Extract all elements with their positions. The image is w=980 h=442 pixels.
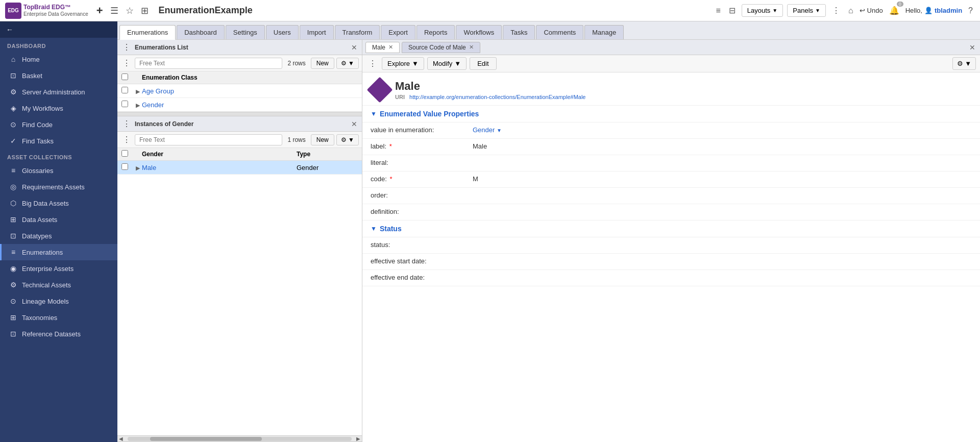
panels-button[interactable]: Panels ▼	[787, 4, 826, 17]
stack-view-button[interactable]: ⊟	[727, 4, 738, 17]
instances-panel-close-button[interactable]: ✕	[350, 120, 359, 128]
instances-check-all[interactable]	[121, 150, 128, 157]
right-tab-source-code[interactable]: Source Code of Male ✕	[402, 42, 480, 53]
enumerations-list-menu-button[interactable]: ⋮	[120, 57, 133, 69]
status-section-title: Status	[380, 225, 402, 233]
sidebar-item-requirements-assets[interactable]: ◎ Requirements Assets	[0, 179, 117, 195]
value-in-enumeration-value[interactable]: Gender ▼	[473, 126, 972, 134]
expand-button[interactable]: ▶	[134, 165, 142, 171]
tab-export[interactable]: Export	[381, 25, 415, 39]
right-tab-male[interactable]: Male ✕	[365, 42, 400, 53]
status-section-header[interactable]: ▼ Status	[362, 220, 980, 237]
expand-button[interactable]: ▶	[134, 88, 142, 95]
horizontal-scrollbar[interactable]: ◀ ▶	[117, 435, 362, 441]
notification-button[interactable]: 🔔0	[887, 4, 901, 17]
right-tab-male-close-button[interactable]: ✕	[388, 44, 393, 51]
tab-manage[interactable]: Manage	[584, 25, 624, 39]
tab-users[interactable]: Users	[266, 25, 299, 39]
undo-button[interactable]: ↩ Undo	[860, 7, 883, 14]
instances-new-button[interactable]: New	[311, 134, 334, 145]
expand-button[interactable]: ▶	[134, 102, 142, 109]
help-button[interactable]: ?	[966, 4, 975, 17]
add-button[interactable]: +	[94, 3, 105, 18]
user-icon: 👤	[924, 7, 933, 14]
panel-divider	[117, 112, 362, 116]
check-all-checkbox[interactable]	[121, 73, 128, 80]
layouts-button[interactable]: Layouts ▼	[742, 4, 783, 17]
sidebar-item-datatypes-label: Datatypes	[22, 232, 52, 240]
layouts-caret-icon: ▼	[772, 8, 777, 13]
enumerated-value-properties-section-header[interactable]: ▼ Enumerated Value Properties	[362, 106, 980, 122]
gender-link[interactable]: Gender	[142, 101, 164, 109]
row-checkbox[interactable]	[121, 101, 128, 107]
sidebar-item-lineage-models[interactable]: ⊙ Lineage Models	[0, 293, 117, 309]
table-row[interactable]: ▶ Male Gender	[117, 161, 362, 175]
right-pane-close-button[interactable]: ✕	[968, 43, 977, 52]
sidebar-item-taxonomies[interactable]: ⊞ Taxonomies	[0, 309, 117, 326]
table-row[interactable]: ▶ Gender	[117, 98, 362, 112]
sidebar-item-find-code[interactable]: ⊙ Find Code	[0, 116, 117, 133]
home-button[interactable]: ⌂	[846, 4, 855, 17]
tab-dashboard[interactable]: Dashboard	[177, 25, 225, 39]
edit-button[interactable]: Edit	[470, 57, 496, 70]
explore-button[interactable]: Explore ▼	[382, 57, 424, 70]
property-row-value-in-enumeration: value in enumeration: Gender ▼	[362, 122, 980, 139]
tab-import[interactable]: Import	[300, 25, 334, 39]
tab-tasks[interactable]: Tasks	[503, 25, 535, 39]
tab-comments[interactable]: Comments	[536, 25, 583, 39]
more-options-button[interactable]: ⋮	[830, 4, 842, 17]
gender-column-header: Gender	[142, 151, 297, 158]
enumerations-list-close-button[interactable]: ✕	[350, 43, 359, 52]
modify-button[interactable]: Modify ▼	[427, 57, 467, 70]
male-link[interactable]: Male	[142, 164, 156, 171]
sidebar-item-server-admin[interactable]: ⚙ Server Administration	[0, 84, 117, 100]
tab-transform[interactable]: Transform	[335, 25, 380, 39]
grid-view-button[interactable]: ≡	[714, 4, 722, 17]
sidebar-item-enumerations[interactable]: ≡ Enumerations	[0, 244, 117, 260]
enumerations-list-search-input[interactable]	[135, 58, 282, 69]
right-tab-source-code-close-button[interactable]: ✕	[469, 44, 474, 51]
scroll-right-button[interactable]: ▶	[355, 435, 362, 443]
scroll-thumb	[150, 437, 262, 441]
main-tab-bar: Enumerations Dashboard Settings Users Im…	[117, 21, 980, 40]
sidebar-item-home[interactable]: ⌂ Home	[0, 51, 117, 67]
tab-settings[interactable]: Settings	[226, 25, 265, 39]
instances-settings-button[interactable]: ⚙ ▼	[336, 134, 359, 145]
property-row-status: status:	[362, 237, 980, 254]
sidebar-back-button[interactable]: ←	[0, 21, 117, 38]
age-group-link[interactable]: Age Group	[142, 87, 174, 95]
sidebar-item-technical-assets[interactable]: ⚙ Technical Assets	[0, 277, 117, 293]
sidebar-item-big-data-assets[interactable]: ⬡ Big Data Assets	[0, 195, 117, 211]
instances-row-checkbox[interactable]	[121, 163, 128, 170]
row-checkbox[interactable]	[121, 87, 128, 93]
menu-button[interactable]: ☰	[108, 4, 120, 17]
notification-count: 0	[897, 2, 903, 7]
sidebar-item-find-tasks[interactable]: ✓ Find Tasks	[0, 133, 117, 149]
list-button[interactable]: ⊞	[139, 4, 151, 17]
scroll-left-button[interactable]: ◀	[117, 435, 125, 443]
tab-reports[interactable]: Reports	[416, 25, 455, 39]
right-toolbar-settings-button[interactable]: ⚙ ▼	[952, 57, 976, 70]
gender-enumeration-link[interactable]: Gender ▼	[473, 126, 502, 134]
sidebar-item-data-assets[interactable]: ⊞ Data Assets	[0, 211, 117, 228]
sidebar-item-basket[interactable]: ⊡ Basket	[0, 67, 117, 84]
star-button[interactable]: ☆	[124, 4, 136, 17]
instances-panel-toolbar-menu-button[interactable]: ⋮	[120, 134, 133, 145]
tab-enumerations[interactable]: Enumerations	[119, 25, 176, 40]
tab-workflows[interactable]: Workflows	[456, 25, 502, 39]
enumerations-list-settings-button[interactable]: ⚙ ▼	[336, 58, 359, 69]
sidebar-item-reference-datasets[interactable]: ⊡ Reference Datasets	[0, 326, 117, 342]
sidebar-item-datatypes[interactable]: ⊡ Datatypes	[0, 228, 117, 244]
panel-menu-button[interactable]: ⋮	[120, 41, 133, 53]
topbar-actions: + ☰ ☆ ⊞	[94, 3, 151, 18]
table-row[interactable]: ▶ Age Group	[117, 84, 362, 98]
sidebar-item-my-workflows[interactable]: ◈ My Workflows	[0, 100, 117, 116]
right-toolbar-menu-button[interactable]: ⋮	[366, 58, 379, 69]
sidebar-item-enterprise-assets-label: Enterprise Assets	[22, 265, 74, 273]
big-data-icon: ⬡	[9, 199, 18, 207]
enumerations-list-new-button[interactable]: New	[311, 58, 334, 69]
sidebar-item-glossaries[interactable]: ≡ Glossaries	[0, 162, 117, 179]
sidebar-item-enterprise-assets[interactable]: ◉ Enterprise Assets	[0, 260, 117, 277]
instances-search-input[interactable]	[135, 134, 282, 145]
instances-panel-menu-button[interactable]: ⋮	[120, 118, 133, 130]
